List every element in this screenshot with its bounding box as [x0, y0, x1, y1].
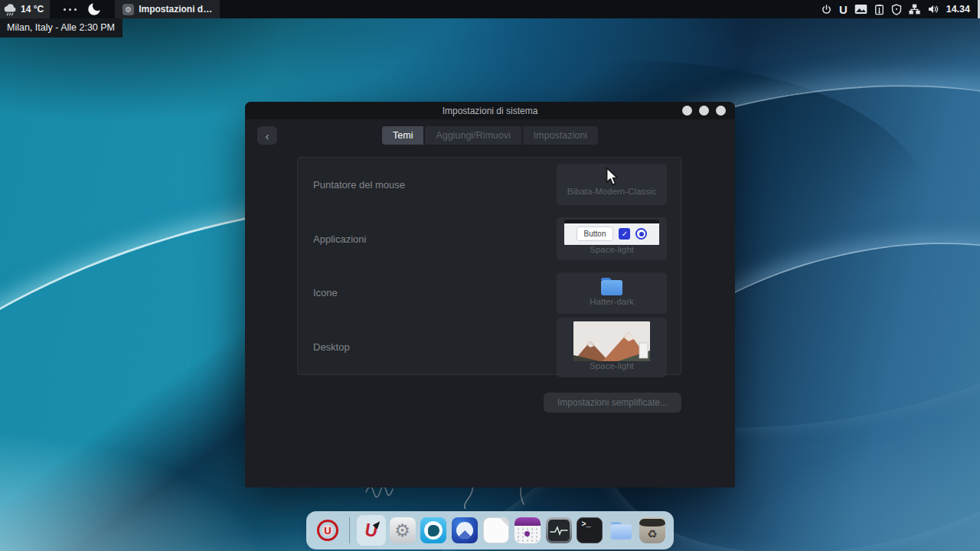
dock: U U ⚙	[306, 511, 674, 549]
row-mouse-pointer: Puntatore del mouse Bibata-Modern-Classi…	[298, 158, 681, 212]
dock-item-system-monitor[interactable]	[544, 515, 573, 546]
dock-item-thunderbird[interactable]	[450, 515, 479, 546]
dock-item-document[interactable]	[482, 515, 511, 546]
row-label: Desktop	[313, 341, 350, 353]
row-applications: Applicazioni Button ✓ Space-light	[298, 212, 681, 266]
dock-item-utext[interactable]: U	[357, 515, 386, 546]
gear-icon: ⚙	[390, 517, 416, 543]
window-control-1[interactable]	[682, 106, 692, 116]
blue-folder-icon	[599, 276, 625, 297]
dock-separator	[349, 517, 350, 543]
widget-preview: Button ✓	[564, 220, 659, 245]
row-desktop: Desktop Space-light	[298, 320, 681, 374]
calendar-icon	[514, 517, 541, 543]
gear-icon: ⚙	[122, 4, 134, 15]
chevron-left-icon: ‹	[266, 130, 270, 142]
dock-item-unity[interactable]: U	[313, 515, 342, 546]
row-icons: Icone Hatter-dark	[298, 266, 681, 321]
themes-settings-panel: Puntatore del mouse Bibata-Modern-Classi…	[297, 157, 681, 375]
trash-icon: ♻	[639, 517, 665, 543]
weather-applet[interactable]: 14 °C	[0, 0, 50, 18]
system-monitor-icon	[546, 517, 572, 543]
window-control-3[interactable]	[716, 106, 726, 116]
taskbar-window-button[interactable]: ⚙ Impostazioni di...	[115, 0, 220, 18]
tab-aggiungi-rimuovi[interactable]: Aggiungi/Rimuovi	[425, 126, 521, 145]
tab-impostazioni[interactable]: Impostazioni	[523, 126, 598, 145]
top-panel: 14 °C ⚙ Impostazioni di... U	[0, 0, 980, 18]
clock[interactable]: 14.34	[946, 4, 970, 15]
clipboard-alert-icon[interactable]	[874, 4, 884, 15]
wallpaper-icon[interactable]	[854, 4, 867, 15]
simplified-settings-button[interactable]: Impostazioni semplificate...	[544, 393, 681, 412]
preview-button: Button	[577, 227, 614, 241]
tab-temi[interactable]: Temi	[382, 126, 423, 145]
icon-theme-selector[interactable]: Hatter-dark	[557, 272, 667, 314]
row-label: Puntatore del mouse	[313, 179, 405, 191]
gtk-theme-selector[interactable]: Button ✓ Space-light	[557, 217, 667, 260]
cursor-theme-selector[interactable]: Bibata-Modern-Classic	[557, 164, 667, 205]
cursor-theme-name: Bibata-Modern-Classic	[567, 187, 656, 196]
unity-u-icon[interactable]: U	[839, 4, 848, 15]
back-button[interactable]: ‹	[257, 126, 277, 145]
network-icon[interactable]	[909, 4, 920, 15]
unity-logo-icon: U	[317, 520, 338, 541]
weather-tooltip: Milan, Italy - Alle 2:30 PM	[0, 18, 122, 37]
power-icon[interactable]	[821, 4, 832, 15]
terminal-icon: >_	[577, 517, 603, 543]
row-label: Icone	[313, 287, 338, 298]
weather-temp: 14 °C	[21, 4, 44, 15]
thunderbird-icon	[452, 517, 478, 543]
dock-item-calendar[interactable]	[513, 515, 542, 546]
dock-item-settings[interactable]: ⚙	[388, 515, 417, 546]
dock-item-trash[interactable]: ♻	[638, 515, 667, 546]
desktop: 14 °C ⚙ Impostazioni di... U	[0, 0, 980, 551]
rain-cloud-icon	[3, 3, 18, 16]
volume-icon[interactable]	[927, 4, 939, 15]
browser-icon	[420, 517, 446, 543]
moon-icon[interactable]	[84, 1, 104, 18]
red-u-pen-icon: U	[364, 522, 377, 540]
dock-item-terminal[interactable]: >_	[576, 515, 605, 546]
preview-checkbox: ✓	[619, 228, 630, 240]
wallpaper-selector[interactable]: Space-light	[557, 318, 667, 377]
files-folder-icon	[609, 520, 634, 541]
row-label: Applicazioni	[313, 233, 366, 245]
window-titlebar[interactable]: Impostazioni di sistema	[245, 102, 735, 119]
document-icon	[483, 517, 509, 543]
gtk-theme-name: Space-light	[590, 245, 634, 254]
settings-window: Impostazioni di sistema ‹ Temi Aggiungi/…	[245, 102, 735, 487]
dock-item-files[interactable]	[606, 515, 635, 546]
wallpaper-thumbnail	[573, 321, 650, 361]
preview-radio	[635, 228, 647, 240]
dock-item-browser[interactable]	[419, 515, 448, 546]
cursor-arrow-icon	[605, 167, 619, 187]
window-title: Impostazioni di sistema	[443, 106, 538, 116]
three-dots-icon[interactable]	[64, 8, 77, 11]
taskbar-window-label: Impostazioni di...	[139, 4, 212, 15]
icon-theme-name: Hatter-dark	[590, 297, 634, 306]
tab-bar: ‹ Temi Aggiungi/Rimuovi Impostazioni	[245, 119, 735, 152]
shield-icon[interactable]	[891, 4, 902, 15]
window-control-2[interactable]	[699, 106, 709, 116]
wallpaper-name: Space-light	[590, 361, 634, 370]
